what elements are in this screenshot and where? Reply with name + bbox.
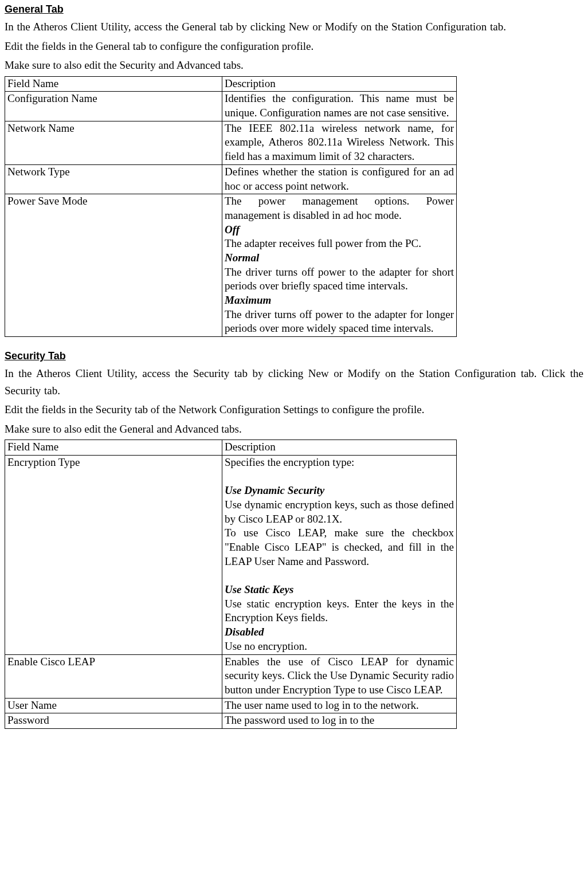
general-row1-name: Configuration Name: [5, 92, 222, 121]
security-table: Field Name Description Encryption Type S…: [5, 440, 457, 729]
table-row: Encryption Type Specifies the encryption…: [5, 455, 457, 654]
general-row4-desc: The power management options. Power mana…: [222, 194, 457, 337]
encryption-intro: Specifies the encryption type:: [225, 456, 454, 470]
general-row1-desc: Identifies the configuration. This name …: [222, 92, 457, 121]
power-normal-desc: The driver turns off power to the adapte…: [225, 265, 454, 293]
table-row: Network Name The IEEE 802.11a wireless n…: [5, 121, 457, 164]
security-row4-desc: The password used to log in to the: [222, 713, 457, 729]
power-max-label: Maximum: [225, 294, 271, 306]
security-row2-desc: Enables the use of Cisco LEAP for dynami…: [222, 654, 457, 698]
table-row: Configuration Name Identifies the config…: [5, 92, 457, 121]
security-row3-desc: The user name used to log in to the netw…: [222, 698, 457, 713]
dynamic-security-desc2: To use Cisco LEAP, make sure the checkbo…: [225, 526, 454, 568]
table-row: Power Save Mode The power management opt…: [5, 194, 457, 337]
dynamic-security-desc1: Use dynamic encryption keys, such as tho…: [225, 498, 454, 526]
security-intro-2: Edit the fields in the Security tab of t…: [5, 401, 583, 418]
static-keys-label: Use Static Keys: [225, 583, 293, 595]
general-row2-name: Network Name: [5, 121, 222, 164]
general-intro-1: In the Atheros Client Utility, access th…: [5, 18, 583, 35]
security-row2-name: Enable Cisco LEAP: [5, 654, 222, 698]
disabled-label: Disabled: [225, 626, 264, 638]
power-max-desc: The driver turns off power to the adapte…: [225, 308, 454, 336]
general-row2-desc: The IEEE 802.11a wireless network name, …: [222, 121, 457, 164]
table-row: Field Name Description: [5, 440, 457, 456]
power-off-label: Off: [225, 223, 240, 236]
power-save-intro: The power management options. Power mana…: [225, 194, 454, 222]
dynamic-security-label: Use Dynamic Security: [225, 484, 324, 496]
general-header-desc: Description: [222, 76, 457, 92]
security-row3-name: User Name: [5, 698, 222, 713]
power-off-desc: The adapter receives full power from the…: [225, 237, 454, 251]
general-row3-name: Network Type: [5, 164, 222, 194]
general-intro-3: Make sure to also edit the Security and …: [5, 57, 583, 73]
general-row4-name: Power Save Mode: [5, 194, 222, 337]
table-row: Password The password used to log in to …: [5, 713, 457, 729]
disabled-desc: Use no encryption.: [225, 639, 454, 654]
heading-security-tab: Security Tab: [5, 350, 583, 363]
security-intro-1: In the Atheros Client Utility, access th…: [5, 365, 583, 399]
table-row: User Name The user name used to log in t…: [5, 698, 457, 713]
security-row1-name: Encryption Type: [5, 455, 222, 654]
general-row3-desc: Defines whether the station is configure…: [222, 164, 457, 194]
security-intro-3: Make sure to also edit the General and A…: [5, 421, 583, 437]
security-header-desc: Description: [222, 440, 457, 456]
general-intro-2: Edit the fields in the General tab to co…: [5, 38, 583, 54]
power-normal-label: Normal: [225, 252, 259, 264]
heading-general-tab: General Tab: [5, 3, 583, 16]
static-keys-desc: Use static encryption keys. Enter the ke…: [225, 597, 454, 625]
security-row4-name: Password: [5, 713, 222, 729]
table-row: Network Type Defines whether the station…: [5, 164, 457, 194]
table-row: Enable Cisco LEAP Enables the use of Cis…: [5, 654, 457, 698]
table-row: Field Name Description: [5, 76, 457, 92]
general-header-field: Field Name: [5, 76, 222, 92]
security-row1-desc: Specifies the encryption type: Use Dynam…: [222, 455, 457, 654]
general-table: Field Name Description Configuration Nam…: [5, 76, 457, 337]
security-header-field: Field Name: [5, 440, 222, 456]
